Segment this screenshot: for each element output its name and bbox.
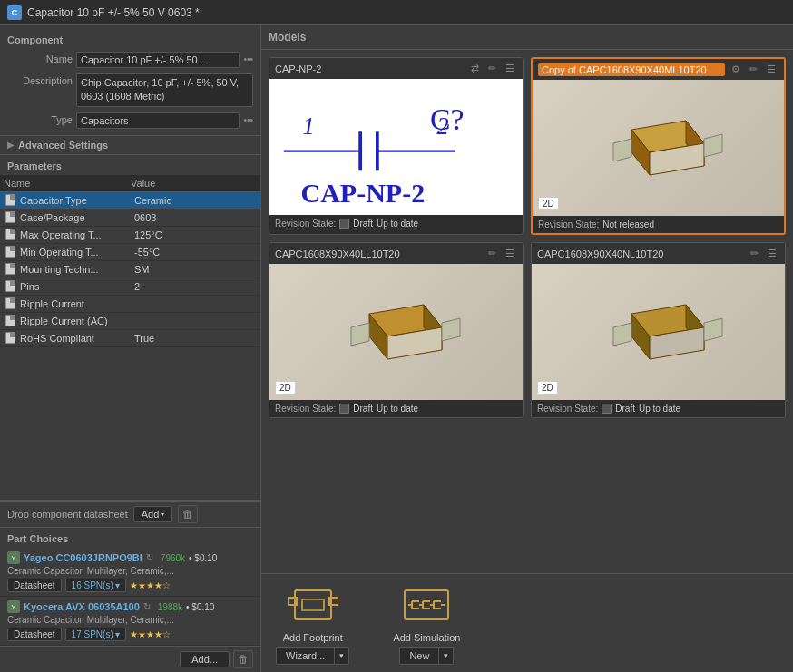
parameter-row[interactable]: Mounting Techn... SM xyxy=(0,261,260,278)
part-stars: ★★★★☆ xyxy=(130,629,171,639)
add-footprint-item: Add Footprint Wizard... ▾ xyxy=(276,581,349,665)
params-rows: Capacitor Type Ceramic Case/Package 0603… xyxy=(0,192,260,347)
param-value: 125°C xyxy=(134,229,257,240)
model-edit-icon[interactable]: ✏ xyxy=(485,62,499,75)
model-card[interactable]: CAP-NP-2 ⇄ ✏ ☰ 1 2 xyxy=(269,57,524,235)
model-card-footer: Revision State: Draft Up to date xyxy=(532,400,785,417)
parameter-row[interactable]: Ripple Current xyxy=(0,296,260,313)
model-name: CAPC1608X90X40NL10T20 xyxy=(537,248,744,259)
right-panel: Models CAP-NP-2 ⇄ ✏ ☰ 1 2 xyxy=(261,25,793,672)
delete-part-choice-button[interactable]: 🗑 xyxy=(233,650,253,668)
part-spn-button[interactable]: 17 SPN(s) ▾ xyxy=(65,628,126,641)
model-card[interactable]: Copy of CAPC1608X90X40ML10T20 ⚙ ✏ ☰ xyxy=(531,57,786,235)
doc-icon xyxy=(5,263,15,275)
doc-icon xyxy=(5,297,15,309)
window-title: Capacitor 10 pF +/- 5% 50 V 0603 * xyxy=(27,6,200,19)
revision-uptodate: Up to date xyxy=(377,219,418,229)
type-more-icon[interactable]: ••• xyxy=(243,112,253,125)
part-choice-item[interactable]: Y Yageo CC0603JRNPO9Bl ↻ 7960k • $0.10 C… xyxy=(0,548,260,597)
model-menu-icon[interactable]: ☰ xyxy=(503,247,517,260)
parameter-row[interactable]: Max Operating T... 125°C xyxy=(0,227,260,244)
revision-checkbox[interactable] xyxy=(602,404,612,414)
revision-label: Revision State: xyxy=(275,404,336,414)
part-choice-item[interactable]: Y Kyocera AVX 06035A100 ↻ 1988k • $0.10 … xyxy=(0,597,260,646)
model-card[interactable]: CAPC1608X90X40LL10T20 ✏ ☰ xyxy=(269,242,524,418)
revision-state: Draft xyxy=(353,219,373,229)
svg-marker-19 xyxy=(351,323,369,346)
part-spn-button[interactable]: 16 SPN(s) ▾ xyxy=(65,579,126,592)
part-mfg-icon: Y xyxy=(7,600,20,613)
part-refresh-icon: ↻ xyxy=(143,601,154,612)
model-settings-icon[interactable]: ⚙ xyxy=(729,63,743,76)
parameter-row[interactable]: Capacitor Type Ceramic xyxy=(0,192,260,209)
model-2d-badge[interactable]: 2D xyxy=(537,381,558,394)
revision-state: Draft xyxy=(615,404,635,414)
param-name: Mounting Techn... xyxy=(20,264,134,275)
model-3d-preview: 2D xyxy=(532,264,785,400)
part-price: • $0.10 xyxy=(186,602,214,612)
svg-text:CAP-NP-2: CAP-NP-2 xyxy=(301,178,426,208)
model-edit-icon[interactable]: ✏ xyxy=(747,63,760,76)
model-sync-icon[interactable]: ⇄ xyxy=(468,62,482,75)
param-doc-icon xyxy=(4,315,16,327)
model-edit-icon[interactable]: ✏ xyxy=(748,247,761,260)
model-3d-preview: 2D xyxy=(269,264,523,400)
models-grid: CAP-NP-2 ⇄ ✏ ☰ 1 2 xyxy=(261,50,793,573)
parameter-row[interactable]: Case/Package 0603 xyxy=(0,209,260,227)
part-spn-label: 17 SPN(s) xyxy=(72,629,113,639)
parameter-row[interactable]: Ripple Current (AC) xyxy=(0,313,260,330)
name-label: Name xyxy=(7,52,73,64)
part-choices-list: Y Yageo CC0603JRNPO9Bl ↻ 7960k • $0.10 C… xyxy=(0,548,260,646)
add-simulation-btn-row: New ▾ xyxy=(399,647,454,665)
type-select[interactable]: Capacitors xyxy=(76,112,240,129)
model-2d-badge[interactable]: 2D xyxy=(538,197,559,210)
add-models-row: Add Footprint Wizard... ▾ xyxy=(261,573,793,672)
wizard-button[interactable]: Wizard... xyxy=(276,647,335,665)
model-menu-icon[interactable]: ☰ xyxy=(765,247,779,260)
add-datasheet-button[interactable]: Add ▾ xyxy=(133,506,173,522)
svg-rect-30 xyxy=(302,599,324,610)
new-button[interactable]: New xyxy=(399,647,439,665)
param-value: -55°C xyxy=(134,247,257,258)
parameter-row[interactable]: Min Operating T... -55°C xyxy=(0,244,260,261)
parameter-row[interactable]: RoHS Compliant True xyxy=(0,330,260,347)
add-part-choice-button[interactable]: Add... xyxy=(180,651,230,667)
revision-checkbox[interactable] xyxy=(339,219,349,229)
part-datasheet-button[interactable]: Datasheet xyxy=(7,579,62,592)
param-value: SM xyxy=(134,264,257,275)
model-edit-icon[interactable]: ✏ xyxy=(485,247,499,260)
svg-text:1: 1 xyxy=(302,113,314,140)
advanced-settings-section: ▶ Advanced Settings xyxy=(0,136,260,155)
part-datasheet-button[interactable]: Datasheet xyxy=(7,628,62,641)
add-simulation-icon-area[interactable] xyxy=(397,581,455,628)
name-more-icon[interactable]: ••• xyxy=(243,52,253,64)
add-footprint-icon-area[interactable] xyxy=(284,581,342,628)
new-dropdown-button[interactable]: ▾ xyxy=(439,647,454,665)
model-card-footer: Revision State: Draft Up to date xyxy=(269,215,523,232)
model-2d-badge[interactable]: 2D xyxy=(275,381,296,394)
title-bar: C Capacitor 10 pF +/- 5% 50 V 0603 * xyxy=(0,0,793,25)
model-menu-icon[interactable]: ☰ xyxy=(503,62,517,75)
component-header: Component xyxy=(0,29,260,49)
param-name: Pins xyxy=(20,281,134,292)
param-doc-icon xyxy=(4,246,16,258)
model-card-footer: Revision State: Draft Up to date xyxy=(269,400,523,417)
param-value: True xyxy=(134,333,257,344)
name-input[interactable] xyxy=(76,52,240,68)
description-value[interactable]: Chip Capacitor, 10 pF, +/- 5%, 50 V, 060… xyxy=(76,73,253,107)
revision-state: Draft xyxy=(353,404,373,414)
add-footprint-label: Add Footprint xyxy=(283,632,343,643)
params-table-header: Name Value xyxy=(0,175,260,192)
parameter-row[interactable]: Pins 2 xyxy=(0,278,260,296)
part-item-header: Y Yageo CC0603JRNPO9Bl ↻ 7960k • $0.10 xyxy=(7,551,253,564)
delete-datasheet-button[interactable]: 🗑 xyxy=(178,505,198,523)
part-description: Ceramic Capacitor, Multilayer, Ceramic,.… xyxy=(7,566,253,576)
model-menu-icon[interactable]: ☰ xyxy=(764,63,778,76)
wizard-dropdown-button[interactable]: ▾ xyxy=(335,647,349,665)
doc-icon xyxy=(5,211,15,223)
advanced-settings-toggle[interactable]: ▶ Advanced Settings xyxy=(7,140,253,151)
model-card[interactable]: CAPC1608X90X40NL10T20 ✏ ☰ xyxy=(531,242,786,418)
doc-icon xyxy=(5,229,15,240)
param-name: Capacitor Type xyxy=(20,195,134,206)
revision-checkbox[interactable] xyxy=(339,404,349,414)
